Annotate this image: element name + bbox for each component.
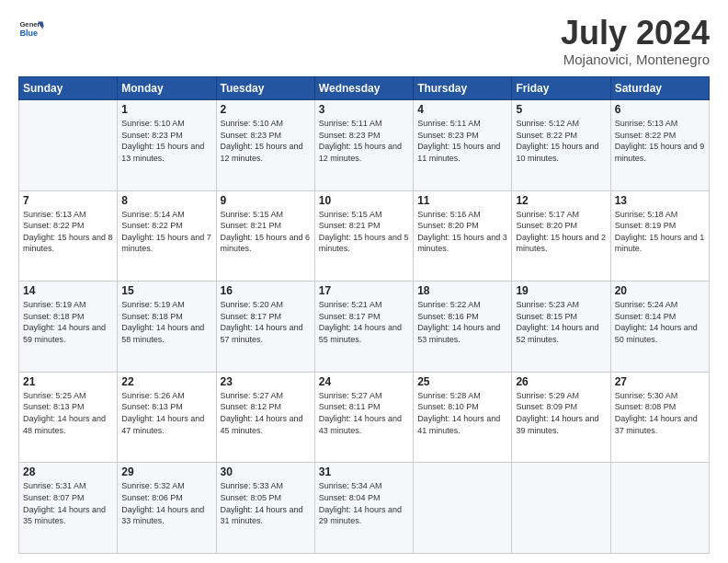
calendar-cell [610,463,709,554]
col-sunday: Sunday [19,77,118,100]
col-friday: Friday [512,77,610,100]
calendar-cell [19,100,118,191]
calendar-week-4: 21Sunrise: 5:25 AM Sunset: 8:13 PM Dayli… [19,372,710,463]
calendar-week-1: 1Sunrise: 5:10 AM Sunset: 8:23 PM Daylig… [19,100,710,191]
cell-info: Sunrise: 5:25 AM Sunset: 8:13 PM Dayligh… [23,390,113,436]
cell-info: Sunrise: 5:24 AM Sunset: 8:14 PM Dayligh… [615,299,705,345]
day-number: 31 [319,465,409,478]
logo-icon: General Blue [18,17,44,42]
calendar-cell [512,463,610,554]
calendar-cell: 21Sunrise: 5:25 AM Sunset: 8:13 PM Dayli… [19,372,118,463]
day-number: 19 [516,284,606,297]
calendar-cell: 8Sunrise: 5:14 AM Sunset: 8:22 PM Daylig… [118,190,216,282]
cell-info: Sunrise: 5:29 AM Sunset: 8:09 PM Dayligh… [516,390,606,436]
day-number: 1 [121,103,211,116]
calendar-cell: 25Sunrise: 5:28 AM Sunset: 8:10 PM Dayli… [414,372,512,463]
day-number: 14 [23,284,113,297]
cell-info: Sunrise: 5:19 AM Sunset: 8:18 PM Dayligh… [23,299,113,345]
calendar-cell: 1Sunrise: 5:10 AM Sunset: 8:23 PM Daylig… [118,100,216,191]
day-number: 2 [221,103,311,116]
day-number: 7 [23,194,113,207]
calendar-cell: 6Sunrise: 5:13 AM Sunset: 8:22 PM Daylig… [610,100,709,191]
cell-info: Sunrise: 5:13 AM Sunset: 8:22 PM Dayligh… [23,209,113,255]
title-area: July 2024 Mojanovici, Montenegro [561,17,710,67]
calendar-cell: 26Sunrise: 5:29 AM Sunset: 8:09 PM Dayli… [512,372,610,463]
cell-info: Sunrise: 5:23 AM Sunset: 8:15 PM Dayligh… [516,299,606,345]
cell-info: Sunrise: 5:17 AM Sunset: 8:20 PM Dayligh… [516,209,606,255]
day-number: 15 [121,284,211,297]
day-number: 18 [417,284,507,297]
calendar-cell: 3Sunrise: 5:11 AM Sunset: 8:23 PM Daylig… [314,100,413,191]
day-number: 24 [319,375,409,388]
logo: General Blue [18,17,44,42]
calendar-cell: 24Sunrise: 5:27 AM Sunset: 8:11 PM Dayli… [314,372,413,463]
day-number: 10 [319,194,409,207]
cell-info: Sunrise: 5:18 AM Sunset: 8:19 PM Dayligh… [615,209,705,255]
day-number: 9 [221,194,311,207]
cell-info: Sunrise: 5:33 AM Sunset: 8:05 PM Dayligh… [221,480,311,526]
calendar-cell: 16Sunrise: 5:20 AM Sunset: 8:17 PM Dayli… [216,282,314,373]
col-wednesday: Wednesday [314,77,413,100]
cell-info: Sunrise: 5:19 AM Sunset: 8:18 PM Dayligh… [121,299,211,345]
cell-info: Sunrise: 5:34 AM Sunset: 8:04 PM Dayligh… [319,480,409,526]
cell-info: Sunrise: 5:11 AM Sunset: 8:23 PM Dayligh… [319,118,409,164]
calendar-cell: 15Sunrise: 5:19 AM Sunset: 8:18 PM Dayli… [118,282,216,373]
subtitle: Mojanovici, Montenegro [561,52,710,67]
cell-info: Sunrise: 5:28 AM Sunset: 8:10 PM Dayligh… [417,390,507,436]
day-number: 3 [319,103,409,116]
day-number: 23 [221,375,311,388]
day-number: 21 [23,375,113,388]
cell-info: Sunrise: 5:14 AM Sunset: 8:22 PM Dayligh… [121,209,211,255]
day-number: 25 [417,375,507,388]
cell-info: Sunrise: 5:10 AM Sunset: 8:23 PM Dayligh… [221,118,311,164]
cell-info: Sunrise: 5:26 AM Sunset: 8:13 PM Dayligh… [121,390,211,436]
cell-info: Sunrise: 5:27 AM Sunset: 8:11 PM Dayligh… [319,390,409,436]
day-number: 17 [319,284,409,297]
cell-info: Sunrise: 5:10 AM Sunset: 8:23 PM Dayligh… [121,118,211,164]
day-number: 27 [615,375,705,388]
svg-text:Blue: Blue [19,29,38,38]
calendar-cell: 17Sunrise: 5:21 AM Sunset: 8:17 PM Dayli… [314,282,413,373]
calendar-table: Sunday Monday Tuesday Wednesday Thursday… [18,76,710,554]
day-number: 5 [516,103,606,116]
day-number: 20 [615,284,705,297]
calendar-cell: 28Sunrise: 5:31 AM Sunset: 8:07 PM Dayli… [19,463,118,554]
calendar-cell: 20Sunrise: 5:24 AM Sunset: 8:14 PM Dayli… [610,282,709,373]
calendar-cell: 4Sunrise: 5:11 AM Sunset: 8:23 PM Daylig… [414,100,512,191]
calendar-cell: 7Sunrise: 5:13 AM Sunset: 8:22 PM Daylig… [19,190,118,282]
calendar-cell: 13Sunrise: 5:18 AM Sunset: 8:19 PM Dayli… [610,190,709,282]
cell-info: Sunrise: 5:21 AM Sunset: 8:17 PM Dayligh… [319,299,409,345]
cell-info: Sunrise: 5:32 AM Sunset: 8:06 PM Dayligh… [121,480,211,526]
calendar-week-5: 28Sunrise: 5:31 AM Sunset: 8:07 PM Dayli… [19,463,710,554]
calendar-cell: 18Sunrise: 5:22 AM Sunset: 8:16 PM Dayli… [414,282,512,373]
month-title: July 2024 [561,17,710,50]
calendar-cell: 5Sunrise: 5:12 AM Sunset: 8:22 PM Daylig… [512,100,610,191]
day-number: 12 [516,194,606,207]
calendar-cell: 12Sunrise: 5:17 AM Sunset: 8:20 PM Dayli… [512,190,610,282]
day-number: 26 [516,375,606,388]
cell-info: Sunrise: 5:15 AM Sunset: 8:21 PM Dayligh… [221,209,311,255]
cell-info: Sunrise: 5:31 AM Sunset: 8:07 PM Dayligh… [23,480,113,526]
col-tuesday: Tuesday [216,77,314,100]
calendar-cell: 14Sunrise: 5:19 AM Sunset: 8:18 PM Dayli… [19,282,118,373]
day-number: 22 [121,375,211,388]
day-number: 11 [417,194,507,207]
calendar-header-row: Sunday Monday Tuesday Wednesday Thursday… [19,77,710,100]
cell-info: Sunrise: 5:13 AM Sunset: 8:22 PM Dayligh… [615,118,705,164]
cell-info: Sunrise: 5:20 AM Sunset: 8:17 PM Dayligh… [221,299,311,345]
calendar-cell: 19Sunrise: 5:23 AM Sunset: 8:15 PM Dayli… [512,282,610,373]
day-number: 30 [221,465,311,478]
cell-info: Sunrise: 5:16 AM Sunset: 8:20 PM Dayligh… [417,209,507,255]
cell-info: Sunrise: 5:27 AM Sunset: 8:12 PM Dayligh… [221,390,311,436]
page: General Blue July 2024 Mojanovici, Monte… [0,0,728,563]
calendar-cell: 9Sunrise: 5:15 AM Sunset: 8:21 PM Daylig… [216,190,314,282]
day-number: 29 [121,465,211,478]
day-number: 8 [121,194,211,207]
col-saturday: Saturday [610,77,709,100]
col-thursday: Thursday [414,77,512,100]
day-number: 28 [23,465,113,478]
day-number: 6 [615,103,705,116]
calendar-cell: 23Sunrise: 5:27 AM Sunset: 8:12 PM Dayli… [216,372,314,463]
col-monday: Monday [118,77,216,100]
calendar-cell: 2Sunrise: 5:10 AM Sunset: 8:23 PM Daylig… [216,100,314,191]
